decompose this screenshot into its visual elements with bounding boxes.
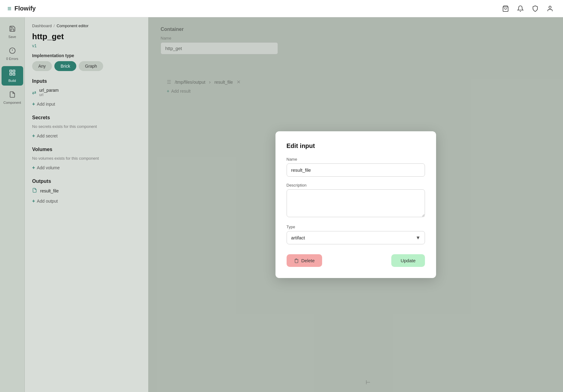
bell-icon[interactable] <box>515 3 526 14</box>
modal-description-label: Description <box>287 183 425 188</box>
impl-btn-brick[interactable]: Brick <box>54 61 76 71</box>
input-arrow-icon: ⇄ <box>32 90 36 95</box>
breadcrumb-separator: / <box>54 23 55 28</box>
input-name: url_param <box>39 88 59 93</box>
breadcrumb-current: Component editor <box>57 23 88 28</box>
add-secret-button[interactable]: + Add secret <box>32 131 141 141</box>
add-input-label: Add input <box>37 102 55 107</box>
sidebar-item-save[interactable]: Save <box>2 22 23 42</box>
svg-point-1 <box>549 6 551 8</box>
add-secret-plus-icon: + <box>32 133 35 139</box>
edit-input-modal: Edit input Name Description Type artifac… <box>275 131 436 278</box>
bag-icon[interactable] <box>500 3 511 14</box>
impl-type-buttons: Any Brick Graph <box>32 61 141 71</box>
svg-rect-5 <box>10 70 11 72</box>
breadcrumb: Dashboard / Component editor <box>32 23 141 28</box>
main-content: Container Name ☰ /tmp/files/output › res… <box>148 17 563 392</box>
component-version: v1 <box>32 43 141 48</box>
modal-name-label: Name <box>287 157 425 162</box>
add-output-button[interactable]: + Add output <box>32 196 141 206</box>
input-item-url-param[interactable]: ⇄ url_param url <box>32 88 141 97</box>
component-name: http_get <box>32 32 141 41</box>
add-input-plus-icon: + <box>32 101 35 107</box>
sidebar-item-component[interactable]: Component <box>2 88 23 107</box>
add-volume-button[interactable]: + Add volume <box>32 163 141 172</box>
build-icon <box>9 69 16 78</box>
save-label: Save <box>8 35 16 39</box>
navbar-logo: ≡ Flowify <box>7 5 36 13</box>
delete-label: Delete <box>301 258 315 263</box>
update-button[interactable]: Update <box>391 254 425 267</box>
modal-actions: Delete Update <box>287 254 425 267</box>
logo-icon: ≡ <box>7 5 11 13</box>
impl-btn-graph[interactable]: Graph <box>79 61 103 71</box>
modal-type-select[interactable]: artifact string number boolean file <box>287 231 425 244</box>
output-name: result_file <box>40 188 59 193</box>
modal-name-input[interactable] <box>287 163 425 177</box>
output-file-icon <box>32 188 37 194</box>
svg-rect-6 <box>13 70 15 72</box>
shield-icon[interactable] <box>530 3 541 14</box>
impl-type-label: Implementation type <box>32 53 141 58</box>
inputs-section-title: Inputs <box>32 78 141 84</box>
build-label: Build <box>8 79 16 82</box>
component-label: Component <box>3 101 21 104</box>
add-output-plus-icon: + <box>32 198 35 204</box>
sidebar-item-build[interactable]: Build <box>2 66 23 86</box>
impl-btn-any[interactable]: Any <box>32 61 52 71</box>
app-title: Flowify <box>15 5 36 12</box>
volumes-empty-text: No volumes exists for this component <box>32 156 141 161</box>
icon-sidebar: Save 0 Errors Build Component <box>0 17 25 392</box>
modal-type-label: Type <box>287 225 425 229</box>
content-sidebar: Dashboard / Component editor http_get v1… <box>25 17 148 392</box>
volumes-section-title: Volumes <box>32 147 141 152</box>
output-item-result-file[interactable]: result_file <box>32 188 141 194</box>
modal-overlay: Edit input Name Description Type artifac… <box>148 17 563 392</box>
secrets-empty-text: No secrets exists for this component <box>32 124 141 129</box>
errors-label: 0 Errors <box>6 57 18 61</box>
svg-rect-8 <box>10 73 11 75</box>
outputs-section-title: Outputs <box>32 179 141 184</box>
svg-rect-7 <box>13 73 15 75</box>
delete-button[interactable]: Delete <box>287 254 322 267</box>
add-secret-label: Add secret <box>37 133 57 138</box>
modal-type-select-wrapper: artifact string number boolean file ▼ <box>287 231 425 244</box>
navbar: ≡ Flowify <box>0 0 563 17</box>
add-volume-label: Add volume <box>37 165 60 170</box>
main-layout: Save 0 Errors Build Component Dashboard … <box>0 17 563 392</box>
component-icon <box>9 91 16 99</box>
secrets-section-title: Secrets <box>32 115 141 120</box>
errors-icon <box>9 47 16 56</box>
modal-description-input[interactable] <box>287 189 425 217</box>
add-output-label: Add output <box>37 199 58 204</box>
add-volume-plus-icon: + <box>32 165 35 171</box>
sidebar-item-errors[interactable]: 0 Errors <box>2 44 23 64</box>
modal-title: Edit input <box>287 142 425 150</box>
update-label: Update <box>401 258 415 263</box>
person-icon[interactable] <box>544 3 556 14</box>
input-item-info: url_param url <box>39 88 59 97</box>
add-input-button[interactable]: + Add input <box>32 99 141 109</box>
save-icon <box>9 25 16 34</box>
input-type: url <box>39 93 59 97</box>
breadcrumb-dashboard[interactable]: Dashboard <box>32 23 52 28</box>
